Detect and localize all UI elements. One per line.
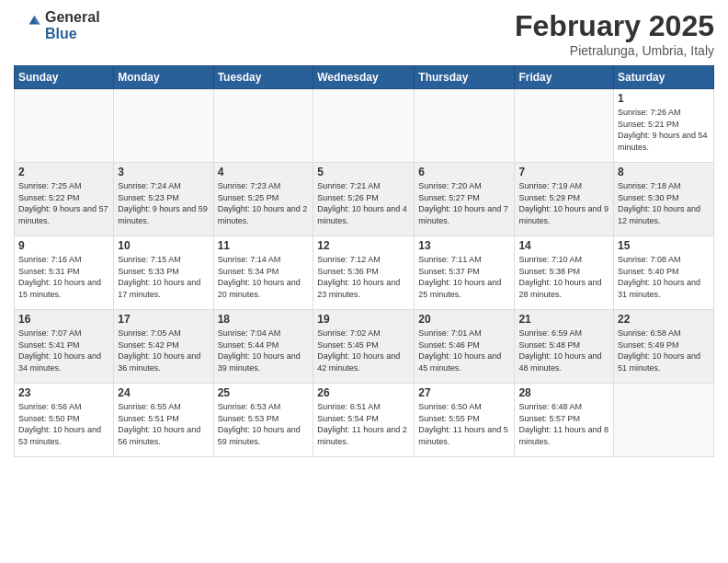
calendar-cell: 23Sunrise: 6:56 AM Sunset: 5:50 PM Dayli… <box>15 384 114 457</box>
day-info: Sunrise: 6:58 AM Sunset: 5:49 PM Dayligh… <box>618 327 710 373</box>
week-row-3: 9Sunrise: 7:16 AM Sunset: 5:31 PM Daylig… <box>15 236 714 310</box>
logo: General Blue <box>14 9 100 41</box>
day-number: 25 <box>218 386 310 399</box>
header-friday: Friday <box>515 66 614 89</box>
day-info: Sunrise: 7:16 AM Sunset: 5:31 PM Dayligh… <box>18 254 109 300</box>
day-number: 14 <box>518 239 609 252</box>
day-info: Sunrise: 7:26 AM Sunset: 5:21 PM Dayligh… <box>618 107 710 153</box>
calendar-cell: 20Sunrise: 7:01 AM Sunset: 5:46 PM Dayli… <box>415 310 515 384</box>
day-info: Sunrise: 7:01 AM Sunset: 5:46 PM Dayligh… <box>418 327 510 373</box>
day-info: Sunrise: 7:15 AM Sunset: 5:33 PM Dayligh… <box>118 254 209 300</box>
day-number: 12 <box>317 239 410 252</box>
logo-icon <box>14 12 41 40</box>
calendar-cell <box>15 89 114 163</box>
day-info: Sunrise: 7:14 AM Sunset: 5:34 PM Dayligh… <box>218 254 310 300</box>
calendar-cell: 6Sunrise: 7:20 AM Sunset: 5:27 PM Daylig… <box>415 163 515 236</box>
calendar-cell: 2Sunrise: 7:25 AM Sunset: 5:22 PM Daylig… <box>15 163 114 236</box>
day-info: Sunrise: 6:50 AM Sunset: 5:55 PM Dayligh… <box>418 401 510 447</box>
day-number: 24 <box>118 386 209 399</box>
logo-text: General Blue <box>45 9 100 41</box>
week-row-5: 23Sunrise: 6:56 AM Sunset: 5:50 PM Dayli… <box>15 384 714 457</box>
calendar-cell <box>313 89 415 163</box>
calendar-cell: 26Sunrise: 6:51 AM Sunset: 5:54 PM Dayli… <box>313 384 415 457</box>
calendar-cell: 15Sunrise: 7:08 AM Sunset: 5:40 PM Dayli… <box>614 236 714 310</box>
logo-blue: Blue <box>45 26 100 42</box>
header-tuesday: Tuesday <box>213 66 313 89</box>
calendar-cell: 27Sunrise: 6:50 AM Sunset: 5:55 PM Dayli… <box>415 384 515 457</box>
calendar-cell <box>415 89 515 163</box>
calendar-cell: 11Sunrise: 7:14 AM Sunset: 5:34 PM Dayli… <box>213 236 313 310</box>
calendar-cell: 4Sunrise: 7:23 AM Sunset: 5:25 PM Daylig… <box>213 163 313 236</box>
calendar-table: SundayMondayTuesdayWednesdayThursdayFrid… <box>14 65 714 457</box>
day-info: Sunrise: 7:05 AM Sunset: 5:42 PM Dayligh… <box>118 327 209 373</box>
calendar-cell: 19Sunrise: 7:02 AM Sunset: 5:45 PM Dayli… <box>313 310 415 384</box>
day-info: Sunrise: 7:04 AM Sunset: 5:44 PM Dayligh… <box>218 327 310 373</box>
day-number: 7 <box>518 166 609 178</box>
day-number: 19 <box>317 313 410 326</box>
day-info: Sunrise: 7:20 AM Sunset: 5:27 PM Dayligh… <box>418 180 510 226</box>
location-subtitle: Pietralunga, Umbria, Italy <box>515 43 714 58</box>
day-number: 15 <box>618 239 710 252</box>
day-info: Sunrise: 7:21 AM Sunset: 5:26 PM Dayligh… <box>317 180 410 226</box>
day-number: 27 <box>418 386 510 399</box>
week-row-2: 2Sunrise: 7:25 AM Sunset: 5:22 PM Daylig… <box>15 163 714 236</box>
header-monday: Monday <box>114 66 213 89</box>
day-number: 23 <box>18 386 109 399</box>
day-info: Sunrise: 7:25 AM Sunset: 5:22 PM Dayligh… <box>18 180 109 226</box>
header-saturday: Saturday <box>614 66 714 89</box>
header-thursday: Thursday <box>415 66 515 89</box>
day-info: Sunrise: 6:59 AM Sunset: 5:48 PM Dayligh… <box>518 327 609 373</box>
day-number: 18 <box>218 313 310 326</box>
week-row-1: 1Sunrise: 7:26 AM Sunset: 5:21 PM Daylig… <box>15 89 714 163</box>
day-number: 28 <box>518 386 609 399</box>
calendar-cell <box>114 89 213 163</box>
day-info: Sunrise: 7:18 AM Sunset: 5:30 PM Dayligh… <box>618 180 710 226</box>
day-info: Sunrise: 7:23 AM Sunset: 5:25 PM Dayligh… <box>218 180 310 226</box>
calendar-cell: 1Sunrise: 7:26 AM Sunset: 5:21 PM Daylig… <box>614 89 714 163</box>
calendar-cell <box>213 89 313 163</box>
day-number: 8 <box>618 166 710 178</box>
day-info: Sunrise: 7:24 AM Sunset: 5:23 PM Dayligh… <box>118 180 209 226</box>
calendar-cell: 18Sunrise: 7:04 AM Sunset: 5:44 PM Dayli… <box>213 310 313 384</box>
calendar-cell: 22Sunrise: 6:58 AM Sunset: 5:49 PM Dayli… <box>614 310 714 384</box>
calendar-cell: 3Sunrise: 7:24 AM Sunset: 5:23 PM Daylig… <box>114 163 213 236</box>
day-info: Sunrise: 7:07 AM Sunset: 5:41 PM Dayligh… <box>18 327 109 373</box>
calendar-cell: 9Sunrise: 7:16 AM Sunset: 5:31 PM Daylig… <box>15 236 114 310</box>
day-number: 26 <box>317 386 410 399</box>
calendar-header-row: SundayMondayTuesdayWednesdayThursdayFrid… <box>15 66 714 89</box>
calendar-cell: 21Sunrise: 6:59 AM Sunset: 5:48 PM Dayli… <box>515 310 614 384</box>
day-number: 3 <box>118 166 209 178</box>
calendar-cell <box>515 89 614 163</box>
calendar-cell: 28Sunrise: 6:48 AM Sunset: 5:57 PM Dayli… <box>515 384 614 457</box>
day-info: Sunrise: 6:51 AM Sunset: 5:54 PM Dayligh… <box>317 401 410 447</box>
header-wednesday: Wednesday <box>313 66 415 89</box>
day-number: 22 <box>618 313 710 326</box>
day-number: 9 <box>18 239 109 252</box>
calendar-cell <box>614 384 714 457</box>
day-number: 6 <box>418 166 510 178</box>
month-title: February 2025 <box>515 9 714 43</box>
day-info: Sunrise: 7:02 AM Sunset: 5:45 PM Dayligh… <box>317 327 410 373</box>
day-info: Sunrise: 6:48 AM Sunset: 5:57 PM Dayligh… <box>518 401 609 447</box>
day-number: 11 <box>218 239 310 252</box>
calendar-cell: 25Sunrise: 6:53 AM Sunset: 5:53 PM Dayli… <box>213 384 313 457</box>
day-number: 1 <box>618 92 710 105</box>
day-info: Sunrise: 6:55 AM Sunset: 5:51 PM Dayligh… <box>118 401 209 447</box>
day-info: Sunrise: 7:11 AM Sunset: 5:37 PM Dayligh… <box>418 254 510 300</box>
day-info: Sunrise: 6:53 AM Sunset: 5:53 PM Dayligh… <box>218 401 310 447</box>
day-number: 21 <box>518 313 609 326</box>
calendar-cell: 7Sunrise: 7:19 AM Sunset: 5:29 PM Daylig… <box>515 163 614 236</box>
day-number: 13 <box>418 239 510 252</box>
calendar-cell: 17Sunrise: 7:05 AM Sunset: 5:42 PM Dayli… <box>114 310 213 384</box>
day-info: Sunrise: 7:10 AM Sunset: 5:38 PM Dayligh… <box>518 254 609 300</box>
day-number: 20 <box>418 313 510 326</box>
title-block: February 2025 Pietralunga, Umbria, Italy <box>515 9 714 58</box>
calendar-cell: 5Sunrise: 7:21 AM Sunset: 5:26 PM Daylig… <box>313 163 415 236</box>
logo-general: General <box>45 9 100 26</box>
day-number: 17 <box>118 313 209 326</box>
day-info: Sunrise: 7:19 AM Sunset: 5:29 PM Dayligh… <box>518 180 609 226</box>
header: General Blue February 2025 Pietralunga, … <box>14 9 714 58</box>
calendar-cell: 16Sunrise: 7:07 AM Sunset: 5:41 PM Dayli… <box>15 310 114 384</box>
calendar-cell: 14Sunrise: 7:10 AM Sunset: 5:38 PM Dayli… <box>515 236 614 310</box>
week-row-4: 16Sunrise: 7:07 AM Sunset: 5:41 PM Dayli… <box>15 310 714 384</box>
